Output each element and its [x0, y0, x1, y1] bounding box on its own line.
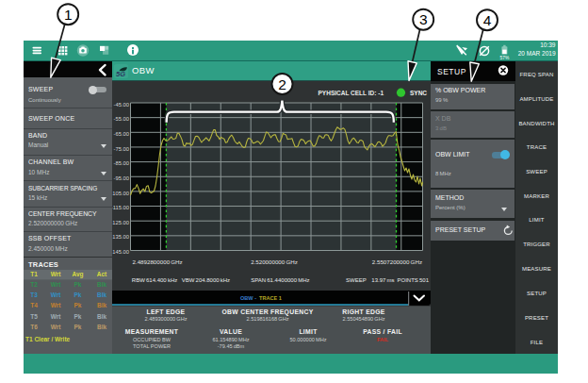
svg-text:-79.45 dBm: -79.45 dBm [218, 342, 245, 348]
svg-text:Pk: Pk [74, 312, 82, 319]
svg-text:-55.00: -55.00 [114, 116, 129, 122]
svg-text:TOTAL POWER: TOTAL POWER [133, 342, 171, 348]
svg-text:SYNC: SYNC [410, 90, 427, 96]
svg-text:-85.00: -85.00 [114, 160, 129, 166]
svg-text:61.154890 MHz: 61.154890 MHz [212, 336, 249, 341]
svg-text:2.4892800000 GHz: 2.4892800000 GHz [133, 258, 183, 264]
svg-text:-105.00: -105.00 [112, 190, 129, 195]
svg-text:-115.00: -115.00 [112, 205, 129, 210]
svg-text:T2: T2 [30, 281, 38, 288]
svg-text:Blk: Blk [97, 281, 107, 288]
svg-text:OCCUPIED BW: OCCUPIED BW [133, 336, 172, 341]
svg-text:-125.00: -125.00 [112, 219, 129, 225]
svg-text:10:39: 10:39 [540, 42, 556, 48]
svg-text:VBW 204.8000 kHz: VBW 204.8000 kHz [182, 277, 230, 283]
svg-text:4: 4 [483, 12, 492, 28]
svg-text:57%: 57% [500, 56, 510, 60]
svg-text:T1 Clear / Write: T1 Clear / Write [25, 336, 71, 342]
svg-text:Wrt: Wrt [51, 271, 62, 277]
svg-text:Wrt: Wrt [51, 281, 62, 288]
svg-text:50.000000 MHz: 50.000000 MHz [289, 336, 326, 341]
svg-text:-65.00: -65.00 [114, 130, 129, 136]
svg-text:5G: 5G [116, 70, 125, 78]
svg-text:Blk: Blk [97, 323, 107, 329]
svg-text:Blk: Blk [97, 312, 107, 319]
svg-text:VALUE: VALUE [220, 327, 242, 334]
svg-text:-95.00: -95.00 [114, 175, 129, 180]
svg-text:Wrt: Wrt [51, 312, 62, 319]
svg-text:Wrt: Wrt [51, 323, 62, 329]
svg-text:T5: T5 [30, 312, 38, 319]
svg-text:2.519816168 GHz: 2.519816168 GHz [247, 315, 289, 321]
svg-text:POINTS 501: POINTS 501 [398, 277, 430, 283]
svg-text:-75.00: -75.00 [114, 145, 129, 151]
svg-text:2.489300000 GHz: 2.489300000 GHz [145, 315, 188, 321]
svg-text:-135.00: -135.00 [112, 234, 129, 240]
svg-text:T3: T3 [30, 291, 38, 298]
svg-text:SPAN 61.4400000 MHz: SPAN 61.4400000 MHz [251, 277, 309, 283]
svg-text:FAIL: FAIL [377, 336, 389, 341]
svg-text:T1: T1 [30, 271, 38, 277]
svg-text:LIMIT: LIMIT [299, 327, 318, 334]
svg-text:Wrt: Wrt [51, 302, 62, 308]
svg-text:SWEEP: SWEEP [346, 277, 367, 283]
svg-text:LEFT EDGE: LEFT EDGE [147, 308, 186, 315]
svg-text:Pk: Pk [74, 323, 82, 329]
svg-text:2.550454890 GHz: 2.550454890 GHz [343, 315, 385, 321]
svg-text:20 MAR 2019: 20 MAR 2019 [518, 50, 556, 57]
svg-text:-45.00: -45.00 [114, 101, 129, 107]
svg-text:Blk: Blk [97, 291, 107, 298]
svg-text:Act: Act [97, 271, 107, 277]
svg-text:OBW -: OBW - [240, 294, 256, 300]
svg-text:RBW 614.400 kHz: RBW 614.400 kHz [132, 277, 177, 283]
svg-text:T4: T4 [30, 302, 38, 308]
svg-text:2.520000000 GHz: 2.520000000 GHz [251, 258, 298, 264]
svg-text:-145.00: -145.00 [112, 249, 129, 255]
svg-text:RIGHT EDGE: RIGHT EDGE [342, 308, 384, 315]
svg-text:3: 3 [419, 11, 428, 27]
svg-text:TRACE 1: TRACE 1 [259, 294, 282, 300]
svg-text:Pk: Pk [74, 302, 82, 308]
svg-text:2.5507200000 GHz: 2.5507200000 GHz [372, 258, 422, 264]
svg-text:Pk: Pk [74, 281, 82, 288]
svg-text:Avg: Avg [72, 271, 83, 278]
svg-text:Pk: Pk [74, 291, 82, 298]
svg-text:MEASUREMENT: MEASUREMENT [125, 327, 179, 334]
svg-text:Blk: Blk [97, 302, 107, 308]
svg-text:1: 1 [64, 7, 73, 23]
svg-text:Wrt: Wrt [51, 291, 62, 298]
svg-text:PYHSICAL CELL ID: -1: PYHSICAL CELL ID: -1 [318, 90, 384, 96]
svg-text:T6: T6 [30, 323, 38, 329]
svg-text:13.97 ms: 13.97 ms [371, 277, 394, 283]
svg-text:PASS / FAIL: PASS / FAIL [363, 327, 402, 334]
